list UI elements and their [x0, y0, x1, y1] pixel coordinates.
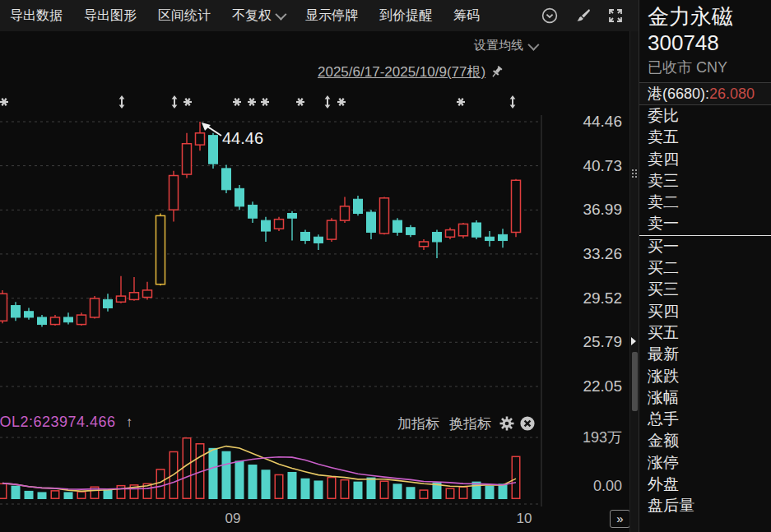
quote-field-after-hours-volume: 盘后量: [639, 495, 771, 516]
event-star-icon: [0, 99, 8, 106]
stock-code: 300748: [639, 30, 771, 56]
high-price-annotation: 44.46: [222, 129, 263, 147]
price-axis-tick: 36.99: [558, 201, 622, 219]
volume-axis-tick: 193万: [558, 428, 622, 447]
divider-grip-icon[interactable]: [632, 169, 637, 179]
toolbar-item-label: 区间统计: [158, 7, 211, 25]
up-arrow-icon: ↑: [126, 414, 133, 430]
toolbar-item-export-data[interactable]: 导出数据: [10, 7, 63, 25]
quote-field-outer-disk: 外盘: [639, 474, 771, 495]
quote-field-sell-2: 卖二: [639, 192, 771, 213]
toolbar-icon-group: [541, 7, 629, 24]
x-axis-tick: 09: [215, 511, 251, 527]
close-icon: [519, 415, 536, 432]
switch-indicator-button[interactable]: 换指标: [449, 414, 491, 433]
quote-field-limit-up: 涨停: [639, 452, 771, 474]
toolbar-item-price-alert[interactable]: 到价提醒: [379, 7, 432, 25]
chart-toolbar: 导出数据导出图形区间统计不复权显示停牌到价提醒筹码: [0, 0, 639, 31]
scrollbar-thumb[interactable]: [632, 352, 638, 411]
quote-field-change: 涨跌: [639, 366, 771, 387]
event-star-icon: [183, 99, 192, 106]
quote-field-buy-5: 买五: [639, 322, 771, 344]
event-star-icon: [457, 99, 465, 106]
quote-field-turnover: 金额: [639, 430, 771, 451]
close-indicator-button[interactable]: [519, 415, 536, 435]
toolbar-item-label: 导出图形: [84, 7, 137, 25]
quote-field-weibi-ratio: 委比: [639, 105, 771, 127]
x-axis-tick: 10: [506, 511, 542, 527]
quote-field-sell-5: 卖五: [639, 127, 771, 148]
event-star-icon: [233, 99, 241, 106]
price-axis-tick: 22.05: [558, 377, 622, 396]
quote-field-buy-3: 买三: [639, 279, 771, 300]
price-axis-tick: 33.26: [558, 245, 622, 263]
ma-settings-button[interactable]: 设置均线: [428, 38, 536, 53]
price-axis-tick: 29.52: [558, 289, 622, 308]
pin-icon[interactable]: [490, 65, 504, 79]
price-axis-tick: 40.73: [558, 157, 622, 175]
quote-field-buy-4: 买四: [639, 301, 771, 322]
indicator-settings-button[interactable]: [499, 415, 515, 435]
quote-field-sell-4: 卖四: [639, 149, 771, 170]
toolbar-item-label: 导出数据: [10, 7, 63, 25]
date-range-text: 2025/6/17-2025/10/9(77根): [318, 62, 485, 81]
toolbar-item-show-suspended[interactable]: 显示停牌: [305, 7, 358, 25]
quote-field-list: 委比卖五卖四卖三卖二卖一买一买二买三买四买五最新涨跌涨幅总手金额涨停外盘盘后量: [639, 105, 771, 517]
quote-field-buy-2: 买二: [639, 257, 771, 279]
volume-axis-tick: 0.00: [558, 478, 622, 495]
quote-field-buy-1: 买一: [639, 236, 771, 257]
hk-quote-price: 26.080: [709, 86, 755, 102]
vol2-value-label: VOL2:623974.466: [0, 414, 116, 430]
toolbar-item-label: 不复权: [232, 7, 272, 25]
toolbar-item-label: 显示停牌: [305, 7, 358, 25]
fullscreen-icon[interactable]: [607, 7, 624, 24]
price-axis-tick: 25.79: [558, 333, 622, 351]
event-star-icon: [337, 99, 346, 106]
quote-field-total-hands: 总手: [639, 409, 771, 430]
quote-sidebar: 金力永磁 300748 已收市 CNY 港(6680):26.080 委比卖五卖…: [639, 0, 771, 532]
ma-settings-label: 设置均线: [474, 38, 523, 53]
event-star-icon: [261, 99, 269, 106]
brush-icon[interactable]: [574, 7, 591, 24]
volume-indicator-value: VOL2:623974.466 ↑: [0, 414, 132, 431]
stock-name: 金力永磁: [639, 0, 771, 30]
quote-field-latest-price: 最新: [639, 344, 771, 365]
price-axis-tick: 44.46: [558, 113, 622, 131]
collapse-arrow-icon[interactable]: [631, 337, 636, 345]
toolbar-item-label: 筹码: [453, 7, 480, 25]
circle-chevron-down-icon[interactable]: [541, 7, 558, 24]
toolbar-item-chips[interactable]: 筹码: [453, 7, 480, 25]
gear-icon: [499, 415, 515, 432]
event-star-icon: [248, 99, 256, 106]
toolbar-item-label: 到价提醒: [379, 7, 432, 25]
market-status: 已收市 CNY: [639, 56, 771, 82]
toolbar-item-export-image[interactable]: 导出图形: [84, 7, 137, 25]
date-range-label[interactable]: 2025/6/17-2025/10/9(77根): [318, 62, 504, 81]
quote-field-change-percent: 涨幅: [639, 387, 771, 409]
quote-field-sell-3: 卖三: [639, 170, 771, 192]
toolbar-item-adjust-mode[interactable]: 不复权: [232, 7, 284, 25]
hk-quote-row: 港(6680):26.080: [639, 82, 771, 105]
quote-field-sell-1: 卖一: [639, 213, 771, 234]
hk-quote-label: 港(6680):: [648, 86, 709, 102]
scroll-right-button[interactable]: »: [610, 510, 630, 528]
stock-chart-window: 44.46 导出数据导出图形区间统计不复权显示停牌到价提醒筹码 设置均线 202…: [0, 0, 771, 532]
chevron-down-icon: [275, 9, 286, 21]
event-star-icon: [296, 99, 304, 106]
add-indicator-button[interactable]: 加指标: [397, 414, 439, 433]
toolbar-item-range-stats[interactable]: 区间统计: [158, 7, 211, 25]
